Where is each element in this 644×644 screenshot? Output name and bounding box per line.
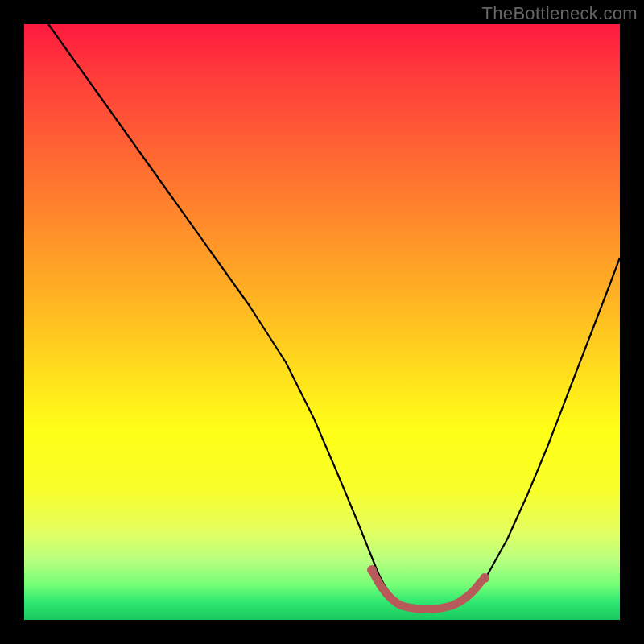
bottom-marker [372,570,481,609]
bottleneck-curve-path [48,24,620,608]
bottom-marker-dot-left [367,565,377,575]
watermark-text: TheBottleneck.com [482,3,638,24]
curve-svg [24,24,620,620]
bottom-marker-dot-right [480,573,489,583]
plot-area [24,24,620,620]
chart-frame: TheBottleneck.com [0,0,644,644]
